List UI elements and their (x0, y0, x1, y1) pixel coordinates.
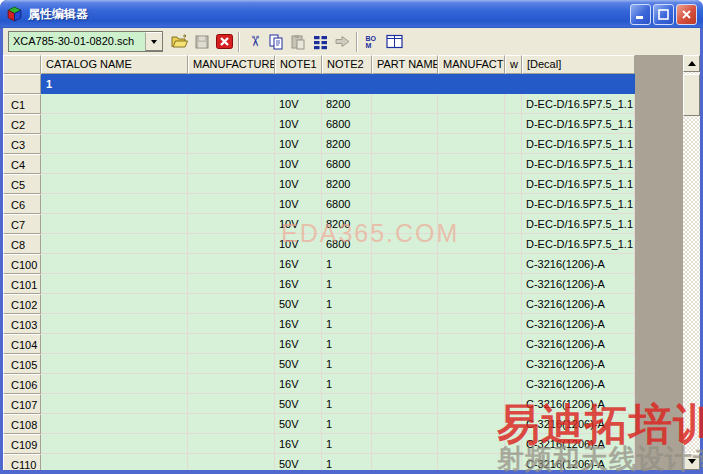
file-selector-value[interactable]: XCA785-30-01-0820.sch (9, 32, 145, 51)
cell-decal[interactable]: C-3216(1206)-A (522, 414, 635, 434)
row-header[interactable]: C6 (3, 194, 41, 214)
cell-manufacture[interactable] (188, 274, 275, 294)
column-header-manufact[interactable]: MANUFACT (438, 55, 505, 74)
tile-view-button[interactable] (309, 31, 331, 53)
copy-button[interactable] (265, 31, 287, 53)
cell-note2[interactable]: 8200 (322, 214, 372, 234)
cell-catalog[interactable] (41, 94, 188, 114)
cell-catalog[interactable] (41, 394, 188, 414)
table-row[interactable]: C10916V1C-3216(1206)-A (3, 434, 683, 454)
cell-decal[interactable]: D-EC-D/16.5P7.5_1.1 (522, 214, 635, 234)
cell-w[interactable] (505, 354, 522, 374)
column-header-note2[interactable]: NOTE2 (322, 55, 372, 74)
column-header-w[interactable]: w (505, 55, 522, 74)
row-header[interactable]: C107 (3, 394, 41, 414)
cell-decal[interactable]: C-3216(1206)-A (522, 454, 635, 470)
file-selector-dropdown-button[interactable] (145, 32, 162, 51)
column-header-decal[interactable]: [Decal] (522, 55, 635, 74)
cell-manufacture[interactable] (188, 354, 275, 374)
file-selector[interactable]: XCA785-30-01-0820.sch (8, 31, 163, 52)
cell-note1[interactable]: 16V (275, 334, 322, 354)
cell-decal[interactable]: D-EC-D/16.5P7.5_1.1 (522, 114, 635, 134)
titlebar[interactable]: 属性编辑器 (0, 0, 703, 28)
table-row[interactable]: C310V8200D-EC-D/16.5P7.5_1.1 (3, 134, 683, 154)
cell-note1[interactable]: 16V (275, 314, 322, 334)
cell-decal[interactable]: C-3216(1206)-A (522, 254, 635, 274)
cell-manufact[interactable] (438, 234, 505, 254)
cell-catalog[interactable] (41, 414, 188, 434)
row-header[interactable]: C102 (3, 294, 41, 314)
close-button[interactable] (676, 4, 697, 25)
cell-manufact[interactable] (438, 354, 505, 374)
row-header[interactable] (3, 74, 41, 94)
scroll-up-button[interactable] (683, 55, 700, 72)
cell-part[interactable] (372, 214, 438, 234)
cell-note2[interactable]: 8200 (322, 134, 372, 154)
cell-catalog[interactable] (41, 214, 188, 234)
scroll-down-button[interactable] (683, 453, 700, 470)
cell-manufact[interactable] (438, 154, 505, 174)
cell-manufacture[interactable] (188, 254, 275, 274)
open-file-button[interactable] (169, 31, 191, 53)
row-header[interactable]: C8 (3, 234, 41, 254)
row-header[interactable]: C104 (3, 334, 41, 354)
cell-w[interactable] (505, 274, 522, 294)
cell-w[interactable] (505, 94, 522, 114)
cell-manufact[interactable] (438, 214, 505, 234)
cell-manufacture[interactable] (188, 154, 275, 174)
cell-manufacture[interactable] (188, 114, 275, 134)
row-header[interactable]: C108 (3, 414, 41, 434)
table-row[interactable]: C710V8200D-EC-D/16.5P7.5_1.1 (3, 214, 683, 234)
cell-note2[interactable]: 1 (322, 414, 372, 434)
cell-catalog[interactable] (41, 134, 188, 154)
cell-part[interactable] (372, 154, 438, 174)
selected-row-value[interactable]: 1 (41, 74, 635, 94)
table-row[interactable]: C610V6800D-EC-D/16.5P7.5_1.1 (3, 194, 683, 214)
cell-note1[interactable]: 50V (275, 454, 322, 470)
row-header[interactable]: C106 (3, 374, 41, 394)
cell-note2[interactable]: 1 (322, 254, 372, 274)
cell-w[interactable] (505, 374, 522, 394)
cell-catalog[interactable] (41, 234, 188, 254)
cell-decal[interactable]: C-3216(1206)-A (522, 314, 635, 334)
cell-w[interactable] (505, 294, 522, 314)
row-header[interactable]: C110 (3, 454, 41, 470)
cell-decal[interactable]: C-3216(1206)-A (522, 374, 635, 394)
cell-w[interactable] (505, 314, 522, 334)
table-row[interactable]: C10550V1C-3216(1206)-A (3, 354, 683, 374)
table-row[interactable]: C10750V1C-3216(1206)-A (3, 394, 683, 414)
cell-manufacture[interactable] (188, 454, 275, 470)
cell-manufacture[interactable] (188, 174, 275, 194)
cell-manufact[interactable] (438, 274, 505, 294)
cell-w[interactable] (505, 334, 522, 354)
cell-manufact[interactable] (438, 94, 505, 114)
cell-note1[interactable]: 50V (275, 294, 322, 314)
cell-note2[interactable]: 6800 (322, 114, 372, 134)
row-header[interactable]: C105 (3, 354, 41, 374)
cell-part[interactable] (372, 174, 438, 194)
cell-part[interactable] (372, 234, 438, 254)
cell-catalog[interactable] (41, 374, 188, 394)
table-row[interactable]: C10316V1C-3216(1206)-A (3, 314, 683, 334)
cell-note1[interactable]: 10V (275, 134, 322, 154)
cell-decal[interactable]: C-3216(1206)-A (522, 294, 635, 314)
column-header-note1[interactable]: NOTE1 (275, 55, 322, 74)
cell-manufact[interactable] (438, 114, 505, 134)
cell-part[interactable] (372, 274, 438, 294)
cell-note2[interactable]: 1 (322, 294, 372, 314)
table-row[interactable]: C10416V1C-3216(1206)-A (3, 334, 683, 354)
cell-note2[interactable]: 8200 (322, 94, 372, 114)
cell-note1[interactable]: 10V (275, 154, 322, 174)
cell-manufact[interactable] (438, 134, 505, 154)
cell-decal[interactable]: C-3216(1206)-A (522, 394, 635, 414)
cell-catalog[interactable] (41, 154, 188, 174)
cell-part[interactable] (372, 334, 438, 354)
row-header[interactable]: C5 (3, 174, 41, 194)
cell-decal[interactable]: D-EC-D/16.5P7.5_1.1 (522, 194, 635, 214)
cell-catalog[interactable] (41, 354, 188, 374)
cell-note2[interactable]: 1 (322, 314, 372, 334)
bom-button[interactable]: BOM (361, 31, 383, 53)
cell-manufact[interactable] (438, 414, 505, 434)
cell-note1[interactable]: 16V (275, 254, 322, 274)
table-row[interactable]: C210V6800D-EC-D/16.5P7.5_1.1 (3, 114, 683, 134)
